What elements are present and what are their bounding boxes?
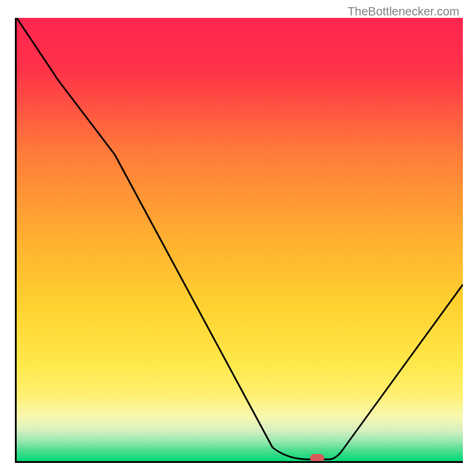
optimal-marker bbox=[310, 454, 324, 462]
watermark-text: TheBottlenecker.com bbox=[347, 5, 459, 18]
chart-plot-area bbox=[15, 18, 463, 463]
bottleneck-curve bbox=[17, 18, 463, 461]
